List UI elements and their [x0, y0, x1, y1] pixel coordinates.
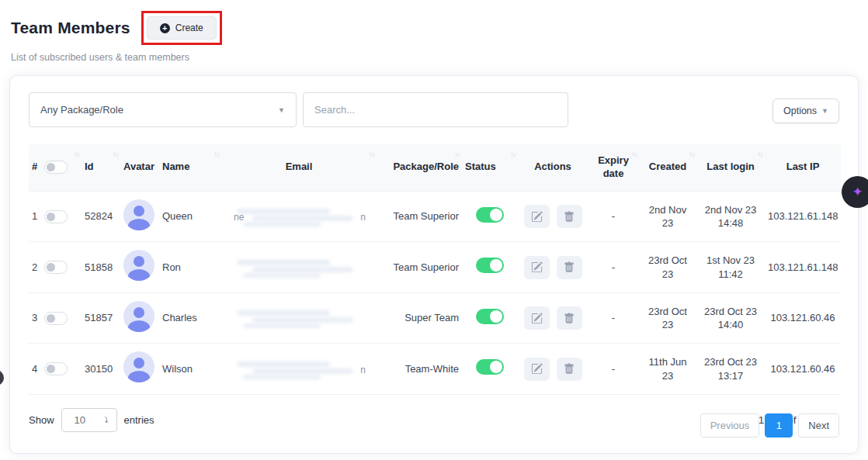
table-row: 152824QueennenTeam Superior-2nd Nov 232n… [29, 191, 841, 242]
table-row: 430150WilsonnTeam-White-11th Jun 2323rd … [29, 344, 841, 395]
member-email-redacted: nen [229, 202, 369, 230]
plus-circle-icon: + [160, 23, 170, 33]
col-header-avatar: Avatar [120, 144, 159, 191]
edit-button[interactable] [524, 358, 550, 381]
page-size-select[interactable]: 10 ⤵︎ [61, 408, 117, 432]
create-button[interactable]: + Create [147, 16, 217, 40]
pagination: Previous 1 Next [700, 413, 839, 438]
package-role: Super Team [404, 312, 459, 323]
options-button-label: Options [783, 105, 817, 116]
col-header-num[interactable]: # ↑↓ [29, 144, 82, 191]
status-toggle[interactable] [476, 207, 504, 223]
row-number: 2 [32, 261, 37, 275]
col-header-created[interactable]: Created↑↓ [639, 144, 696, 191]
last-login: 2nd Nov 23 14:48 [705, 204, 757, 230]
package-role-select[interactable]: Any Package/Role ▼ [29, 92, 297, 127]
edit-button[interactable] [524, 306, 550, 330]
annotation-red-box: + Create [141, 11, 222, 45]
sort-icon[interactable]: ↑↓ [689, 150, 695, 159]
previous-page-button[interactable]: Previous [700, 413, 760, 438]
last-ip: 103.121.61.148 [768, 261, 838, 273]
row-number: 3 [32, 311, 37, 325]
avatar [123, 301, 155, 332]
row-select-toggle[interactable] [44, 261, 68, 274]
package-role-selected-value: Any Package/Role [40, 104, 123, 116]
member-id: 30150 [85, 363, 113, 375]
sort-icon[interactable]: ↑↓ [758, 150, 763, 159]
member-name: Charles [162, 312, 197, 323]
current-page-button[interactable]: 1 [765, 413, 793, 438]
col-header-expiry-date[interactable]: Expiry date↑↓ [588, 144, 639, 191]
col-header-actions: Actions [518, 144, 588, 191]
last-ip: 103.121.61.148 [768, 210, 838, 222]
team-members-card: Any Package/Role ▼ Options ▼ # ↑↓ Id↑↓ A… [9, 75, 859, 454]
member-id: 52824 [85, 210, 113, 222]
chevron-down-icon: ⤵︎ [105, 416, 109, 424]
member-email-redacted [229, 254, 369, 282]
filter-row: Any Package/Role ▼ Options ▼ [29, 92, 839, 127]
sort-icon[interactable]: ↑↓ [113, 150, 119, 159]
col-header-last-ip: Last IP [765, 144, 841, 191]
last-login: 1st Nov 23 11:42 [707, 254, 755, 280]
page-size-value: 10 [75, 414, 85, 426]
sort-icon[interactable]: ↑↓ [632, 150, 637, 159]
caret-down-icon: ▼ [278, 106, 285, 114]
entries-label: entries [124, 414, 155, 426]
team-members-table: # ↑↓ Id↑↓ Avatar Name↑↓ Email↑↓ Package/… [29, 144, 841, 395]
sort-icon[interactable]: ↑↓ [75, 150, 80, 159]
options-button[interactable]: Options ▼ [773, 99, 839, 123]
last-login: 23rd Oct 23 13:17 [704, 356, 757, 382]
package-role: Team-White [405, 363, 459, 375]
last-login: 23rd Oct 23 14:40 [704, 306, 757, 331]
page-header: Team Members + Create List of subscribed… [0, 0, 868, 63]
member-id: 51858 [85, 261, 113, 273]
sort-icon[interactable]: ↑↓ [370, 150, 375, 159]
edit-button[interactable] [524, 205, 550, 228]
row-number: 1 [32, 209, 37, 223]
col-header-email[interactable]: Email↑↓ [221, 144, 377, 191]
expiry-date: - [612, 363, 615, 375]
delete-button[interactable] [557, 256, 582, 279]
row-select-toggle[interactable] [44, 312, 68, 325]
status-toggle[interactable] [476, 309, 504, 324]
created-date: 23rd Oct 23 [648, 306, 687, 331]
table-header-row: # ↑↓ Id↑↓ Avatar Name↑↓ Email↑↓ Package/… [29, 144, 841, 191]
search-input[interactable] [303, 92, 568, 127]
expiry-date: - [612, 210, 615, 222]
created-date: 11th Jun 23 [649, 356, 687, 382]
select-all-toggle[interactable] [44, 161, 68, 174]
page-subtitle: List of subscribed users & team members [11, 52, 868, 63]
last-ip: 103.121.60.46 [770, 363, 835, 375]
sort-icon[interactable]: ↑↓ [511, 150, 516, 159]
member-id: 51857 [85, 312, 113, 323]
next-page-button[interactable]: Next [798, 413, 839, 438]
status-toggle[interactable] [476, 359, 504, 375]
row-select-toggle[interactable] [44, 210, 68, 223]
sparkle-icon: ✦ [852, 184, 863, 200]
status-toggle[interactable] [476, 258, 504, 273]
col-header-last-login[interactable]: Last login↑↓ [696, 144, 765, 191]
col-header-package-role[interactable]: Package/Role↑↓ [377, 144, 462, 191]
member-name: Wilson [162, 363, 193, 375]
sort-icon[interactable]: ↑↓ [455, 150, 460, 159]
row-number: 4 [32, 362, 37, 376]
expiry-date: - [612, 312, 615, 323]
left-edge-handle[interactable] [0, 370, 4, 386]
expiry-date: - [612, 261, 615, 273]
row-select-toggle[interactable] [44, 362, 68, 375]
delete-button[interactable] [557, 306, 582, 330]
edit-button[interactable] [524, 256, 550, 279]
col-header-id[interactable]: Id↑↓ [82, 144, 120, 191]
last-ip: 103.121.60.46 [770, 312, 835, 323]
delete-button[interactable] [557, 205, 582, 228]
avatar [123, 250, 155, 281]
avatar [123, 351, 155, 382]
avatar [123, 199, 155, 230]
member-name: Ron [162, 261, 181, 273]
col-header-status[interactable]: Status↑↓ [462, 144, 518, 191]
delete-button[interactable] [557, 358, 582, 381]
create-button-label: Create [175, 22, 203, 33]
sort-icon[interactable]: ↑↓ [214, 150, 220, 159]
col-header-name[interactable]: Name↑↓ [159, 144, 221, 191]
assistant-fab-button[interactable]: ✦ [842, 176, 868, 208]
